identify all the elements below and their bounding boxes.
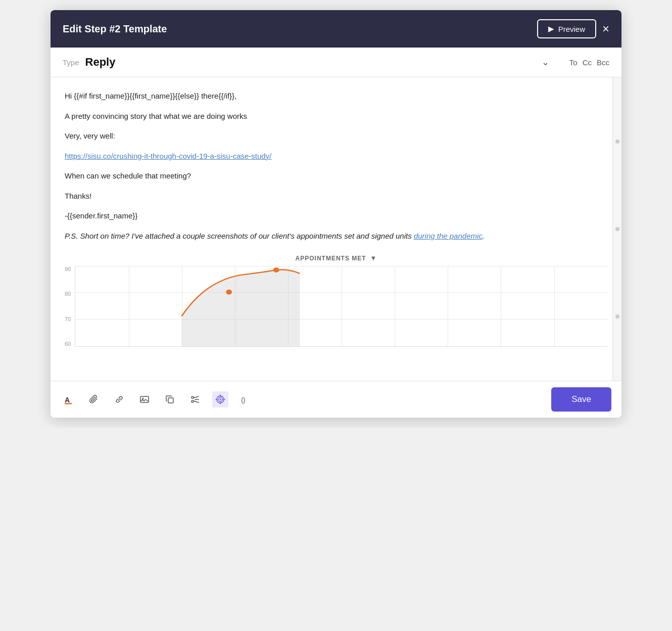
case-study-link[interactable]: https://sisu.co/crushing-it-through-covi…	[65, 152, 271, 160]
ps-line: P.S. Short on time? I've attached a coup…	[65, 230, 607, 243]
svg-line-9	[194, 396, 199, 398]
toolbar: A	[51, 381, 621, 418]
recipients-bar: To Cc Bcc	[569, 58, 609, 67]
y-label-80: 80	[65, 291, 71, 297]
link-line: https://sisu.co/crushing-it-through-covi…	[65, 150, 607, 163]
y-label-70: 70	[65, 316, 71, 322]
svg-rect-6	[168, 398, 173, 403]
duplicate-icon[interactable]	[162, 391, 178, 408]
svg-text:{}: {}	[241, 396, 246, 403]
play-icon: ▶	[548, 24, 554, 33]
greeting-line: Hi {{#if first_name}}{{first_name}}{{els…	[65, 89, 607, 103]
save-button[interactable]: Save	[551, 387, 611, 412]
meeting-line: When can we schedule that meeting?	[65, 169, 607, 183]
chart-container: APPOINTMENTS MET ▼ 90 80 70 60	[65, 249, 607, 352]
target-icon[interactable]	[212, 391, 228, 408]
bcc-button[interactable]: Bcc	[597, 58, 609, 67]
chart-title: APPOINTMENTS MET	[296, 255, 366, 262]
svg-point-14	[220, 399, 221, 400]
header-actions: ▶ Preview ×	[537, 19, 609, 38]
to-button[interactable]: To	[569, 58, 578, 67]
sender-line: -{{sender.first_name}}	[65, 209, 607, 222]
svg-rect-3	[65, 403, 72, 404]
type-label: Type	[63, 58, 79, 67]
modal-header: Edit Step #2 Template ▶ Preview ×	[51, 10, 621, 48]
sidebar-dot-1	[615, 140, 619, 144]
type-value[interactable]: Reply	[85, 56, 542, 69]
chart-svg	[75, 266, 607, 346]
edit-step-modal: Edit Step #2 Template ▶ Preview × Type R…	[51, 10, 621, 418]
editor-content: Hi {{#if first_name}}{{first_name}}{{els…	[65, 89, 607, 242]
editor-area[interactable]: Hi {{#if first_name}}{{first_name}}{{els…	[51, 77, 621, 381]
chart-title-row: APPOINTMENTS MET ▼	[65, 254, 607, 262]
pandemic-link[interactable]: during the pandemic	[414, 232, 483, 240]
svg-point-5	[142, 398, 144, 399]
link-icon[interactable]	[111, 391, 127, 408]
svg-line-10	[194, 401, 199, 402]
attachment-icon[interactable]	[86, 391, 102, 408]
chart-wrapper: 90 80 70 60	[65, 266, 607, 347]
code-icon[interactable]: {}	[237, 391, 254, 408]
scissors-icon[interactable]	[187, 391, 203, 408]
chart-dropdown-icon[interactable]: ▼	[370, 254, 377, 262]
well-line: Very, very well:	[65, 129, 607, 143]
type-bar: Type Reply ⌄ To Cc Bcc	[51, 48, 621, 77]
story-line: A pretty convincing story that what we a…	[65, 110, 607, 123]
svg-point-0	[226, 290, 232, 295]
svg-point-1	[273, 267, 279, 273]
type-dropdown-icon[interactable]: ⌄	[542, 57, 549, 68]
font-color-icon[interactable]: A	[61, 391, 77, 408]
thanks-line: Thanks!	[65, 190, 607, 203]
sidebar-dot-3	[615, 314, 619, 319]
right-sidebar-dots	[612, 77, 621, 381]
toolbar-left: A	[61, 391, 254, 408]
modal-title: Edit Step #2 Template	[63, 23, 167, 35]
image-icon[interactable]	[136, 391, 153, 408]
close-button[interactable]: ×	[602, 23, 609, 35]
sidebar-dot-2	[615, 227, 619, 231]
chart-y-axis: 90 80 70 60	[65, 266, 75, 347]
svg-rect-4	[140, 396, 149, 402]
cc-button[interactable]: Cc	[583, 58, 592, 67]
svg-text:A: A	[65, 396, 70, 404]
chart-grid-area	[75, 266, 607, 347]
y-label-90: 90	[65, 266, 71, 272]
y-label-60: 60	[65, 341, 71, 347]
preview-button[interactable]: ▶ Preview	[537, 19, 596, 38]
